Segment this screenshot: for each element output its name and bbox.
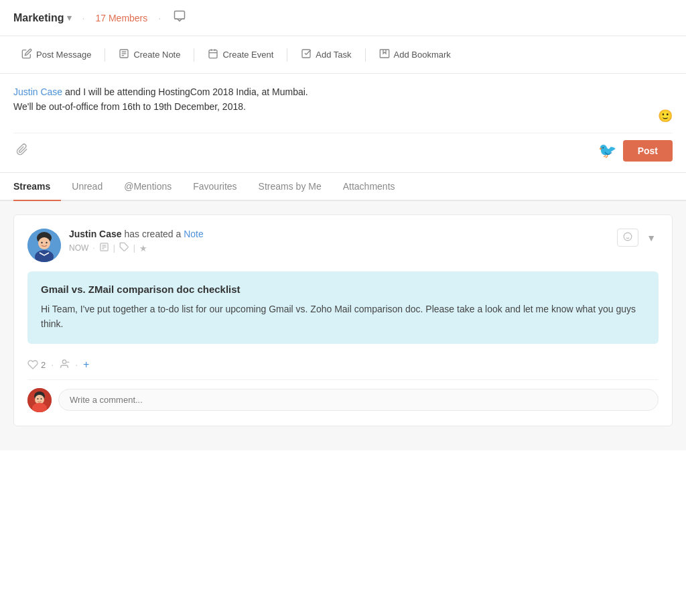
note-body: Hi Team, I've put together a to-do list …	[41, 302, 645, 332]
svg-rect-9	[302, 50, 310, 58]
comment-area	[27, 379, 659, 412]
tab-favourites[interactable]: Favourites	[182, 173, 247, 201]
group-name: Marketing	[13, 12, 64, 24]
tab-streams-by-me[interactable]: Streams by Me	[248, 173, 332, 201]
meta-dot2: |	[113, 243, 115, 253]
star-icon[interactable]: ★	[139, 243, 147, 253]
post-author-line: Justin Case has created a Note	[69, 229, 204, 239]
note-title: Gmail vs. ZMail comparison doc checklist	[41, 284, 645, 295]
add-bookmark-label: Add Bookmark	[394, 50, 451, 60]
create-note-button[interactable]: Create Note	[111, 44, 188, 65]
remove-reaction-icon[interactable]	[59, 359, 70, 371]
svg-point-25	[62, 360, 66, 363]
bookmark-icon	[379, 48, 390, 61]
toolbar-divider4	[365, 48, 366, 62]
compose-author-link[interactable]: Justin Case	[13, 86, 62, 97]
post-header: Justin Case has created a Note NOW ·	[27, 229, 659, 262]
svg-point-32	[41, 398, 42, 399]
tab-unread[interactable]: Unread	[61, 173, 113, 201]
stream-content: Justin Case has created a Note NOW ·	[0, 201, 686, 450]
separator-dot: ·	[82, 13, 85, 23]
compose-text-part1: and I will be attending HostingCom 2018 …	[65, 86, 308, 97]
post-time-row: NOW · |	[69, 242, 204, 254]
post-timestamp: NOW	[69, 243, 88, 253]
svg-point-29	[35, 395, 44, 404]
add-task-label: Add Task	[316, 50, 351, 60]
svg-point-13	[38, 237, 50, 249]
add-bookmark-button[interactable]: Add Bookmark	[371, 44, 459, 65]
compose-text[interactable]: Justin Case and I will be attending Host…	[13, 84, 673, 131]
tab-streams[interactable]: Streams	[13, 173, 61, 201]
note-icon	[119, 48, 129, 61]
toolbar-divider3	[287, 48, 287, 62]
post-action-buttons: ▼	[617, 229, 659, 247]
svg-rect-0	[175, 11, 185, 19]
task-icon	[301, 48, 312, 61]
post-note-link[interactable]: Note	[184, 229, 204, 239]
separator-dot2: ·	[158, 13, 161, 23]
svg-rect-10	[380, 50, 389, 58]
create-note-label: Create Note	[133, 50, 180, 60]
add-task-button[interactable]: Add Task	[293, 44, 359, 65]
emoji-button[interactable]: 🙂	[658, 109, 673, 125]
compose-area: Justin Case and I will be attending Host…	[0, 74, 686, 173]
reaction-dot: ·	[51, 359, 54, 370]
post-button[interactable]: Post	[623, 140, 673, 162]
time-dot: ·	[92, 243, 94, 253]
post-action-text: has created a	[124, 229, 184, 239]
toolbar-divider	[105, 48, 105, 62]
post-author-section: Justin Case has created a Note NOW ·	[27, 229, 204, 262]
attach-icon[interactable]	[13, 141, 31, 162]
react-button[interactable]	[617, 229, 638, 247]
create-event-button[interactable]: Create Event	[200, 44, 281, 65]
create-event-label: Create Event	[222, 50, 273, 60]
add-reaction-button[interactable]: +	[83, 359, 89, 371]
svg-rect-5	[209, 50, 217, 58]
post-chevron-button[interactable]: ▼	[644, 230, 659, 246]
post-message-button[interactable]: Post Message	[13, 44, 99, 65]
compose-footer: 🐦 Post	[13, 133, 673, 162]
svg-point-31	[38, 398, 39, 399]
tag-meta-icon[interactable]	[119, 242, 129, 254]
edit-icon	[21, 48, 32, 61]
post-author-name[interactable]: Justin Case	[69, 229, 122, 239]
svg-point-16	[46, 242, 47, 243]
reactions-row: 2 · · +	[27, 353, 659, 379]
svg-point-15	[41, 242, 42, 243]
calendar-icon	[208, 48, 218, 61]
page-header: Marketing ▾ · 17 Members ·	[0, 0, 686, 36]
heart-reaction[interactable]: 2	[27, 359, 46, 370]
compose-right-actions: 🐦 Post	[598, 140, 673, 162]
note-meta-icon[interactable]	[99, 242, 109, 254]
meta-dot3: |	[133, 243, 135, 253]
members-count[interactable]: 17 Members	[95, 13, 147, 23]
chevron-icon: ▾	[67, 13, 72, 23]
chat-icon[interactable]	[173, 9, 186, 26]
tab-attachments[interactable]: Attachments	[332, 173, 406, 201]
toolbar-divider2	[194, 48, 194, 62]
mention-icon[interactable]: 🐦	[598, 142, 616, 160]
commenter-avatar	[27, 388, 52, 412]
reaction-dot2: ·	[75, 359, 78, 370]
comment-input[interactable]	[58, 389, 659, 411]
action-toolbar: Post Message Create Note Create Event	[0, 36, 686, 74]
stream-tabs: Streams Unread @Mentions Favourites Stre…	[0, 173, 686, 201]
post-meta: Justin Case has created a Note NOW ·	[69, 229, 204, 254]
note-card: Gmail vs. ZMail comparison doc checklist…	[27, 271, 659, 344]
avatar	[27, 229, 61, 262]
post-message-label: Post Message	[36, 50, 91, 60]
stream-post-card: Justin Case has created a Note NOW ·	[13, 214, 673, 426]
svg-point-22	[624, 233, 632, 241]
compose-text-part2: We'll be out-of-office from 16th to 19th…	[13, 101, 246, 112]
tab-mentions[interactable]: @Mentions	[113, 173, 182, 201]
reaction-count: 2	[41, 360, 46, 370]
group-title[interactable]: Marketing ▾	[13, 12, 72, 24]
